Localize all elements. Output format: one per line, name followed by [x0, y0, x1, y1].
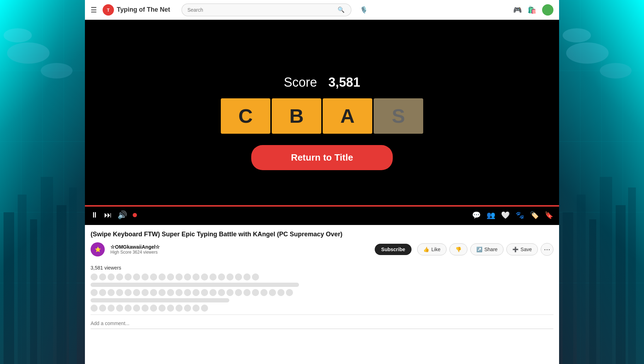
grade-tile-c: C [221, 98, 270, 134]
svg-point-31 [566, 42, 609, 64]
grade-tile-a: A [323, 98, 372, 134]
skeleton-circle [99, 273, 106, 281]
score-value: 3,581 [328, 75, 360, 90]
hamburger-menu[interactable]: ☰ [91, 6, 97, 14]
skeleton-circle [167, 289, 174, 296]
like-button[interactable]: 👍 Like [417, 243, 447, 255]
comment-input[interactable] [91, 318, 553, 329]
skeleton-circle [125, 273, 132, 281]
svg-point-16 [4, 28, 32, 42]
skeleton-line-1 [91, 283, 299, 287]
skeleton-circle [209, 289, 217, 296]
skeleton-circle [116, 289, 123, 296]
skeleton-row-2 [91, 289, 553, 296]
channel-avatar[interactable]: ⭐ [91, 242, 105, 256]
skeleton-circle [133, 305, 140, 312]
skeleton-circle [235, 273, 242, 281]
skip-button[interactable]: ⏭ [104, 210, 112, 220]
dislike-button[interactable]: 👎 [449, 243, 467, 255]
skeleton-circle [286, 289, 293, 296]
skeleton-circle [184, 273, 191, 281]
skeleton-circle [142, 289, 149, 296]
search-button[interactable]: 🔍 [332, 4, 351, 16]
share-icon: ↗️ [476, 247, 482, 252]
skeleton-circle [176, 273, 183, 281]
subscribe-button[interactable]: Subscribe [375, 244, 412, 255]
channel-stats: High Score 3624 viewers [110, 250, 369, 255]
navbar: ☰ T Typing of The Net 🔍 🎙️ 🎮 🛍️ [85, 0, 559, 20]
background-left [0, 0, 85, 364]
svg-rect-11 [41, 177, 53, 364]
skeleton-circle [133, 289, 140, 296]
tag-icon[interactable]: 🏷️ [530, 211, 539, 219]
skeleton-circle [184, 305, 191, 312]
search-input[interactable] [182, 4, 332, 16]
score-section: Score 3,581 [284, 75, 360, 90]
heart-icon[interactable]: 🤍 [501, 211, 510, 219]
skeleton-circle [91, 305, 98, 312]
share-button[interactable]: ↗️ Share [470, 243, 504, 255]
pause-button[interactable]: ⏸ [91, 210, 98, 220]
video-meta-row: ⭐ ☆OMGkawaiiAngel☆ High Score 3624 viewe… [91, 242, 553, 256]
video-controls: ⏸ ⏭ 🔊 💬 👥 🤍 🐾 🏷️ 🔖 [85, 205, 559, 225]
progress-bar[interactable] [85, 205, 559, 207]
save-icon: ➕ [512, 247, 518, 252]
video-info: (Swipe Keyboard FTW) Super Epic Typing B… [85, 225, 559, 262]
skeleton-circle [150, 305, 157, 312]
microphone-icon[interactable]: 🎙️ [360, 6, 368, 14]
svg-text:T: T [107, 8, 110, 13]
skeleton-circle [159, 289, 166, 296]
skeleton-circle [176, 305, 183, 312]
thumbs-down-icon: 👎 [455, 247, 461, 252]
save-button[interactable]: ➕ Save [506, 243, 538, 255]
svg-rect-8 [4, 212, 14, 364]
skeleton-circle [125, 305, 132, 312]
skeleton-circle [260, 289, 268, 296]
svg-point-33 [563, 28, 591, 42]
skeleton-circle [116, 273, 123, 281]
logo-svg: T [104, 6, 112, 14]
skeleton-circle [192, 273, 200, 281]
members-icon[interactable]: 👥 [487, 211, 495, 219]
svg-rect-30 [628, 187, 636, 364]
share-label: Share [484, 247, 498, 252]
shopping-icon[interactable]: 🛍️ [528, 6, 536, 14]
logo-text: Typing of The Net [117, 6, 170, 13]
skeleton-circle [108, 273, 115, 281]
comment-section [91, 314, 553, 329]
viewers-count: 3,581 viewers [91, 265, 553, 271]
site-logo[interactable]: T Typing of The Net [103, 4, 170, 16]
skeleton-circle [159, 273, 166, 281]
user-avatar[interactable] [542, 4, 553, 16]
skeleton-circle [150, 273, 157, 281]
skeleton-circle [125, 289, 132, 296]
svg-point-14 [7, 42, 50, 64]
skeleton-circle [176, 289, 183, 296]
skeleton-circle [218, 273, 225, 281]
return-to-title-button[interactable]: Return to Title [251, 145, 393, 170]
skeleton-circle [192, 305, 200, 312]
skeleton-circle [192, 289, 200, 296]
skeleton-circle [108, 289, 115, 296]
gaming-icon[interactable]: 🎮 [513, 6, 522, 14]
video-content: Score 3,581 C B A S Return to Title [85, 20, 559, 225]
skeleton-circle [91, 273, 98, 281]
chat-icon[interactable]: 💬 [472, 211, 481, 219]
skeleton-circle [252, 289, 259, 296]
like-label: Like [431, 247, 441, 252]
skeleton-circle [142, 273, 149, 281]
skeleton-circle [243, 289, 251, 296]
svg-rect-10 [30, 219, 37, 364]
bookmark-icon[interactable]: 🔖 [545, 211, 553, 219]
score-label: Score [284, 75, 317, 90]
volume-button[interactable]: 🔊 [117, 210, 127, 220]
svg-point-15 [41, 63, 73, 79]
more-actions-button[interactable]: ⋯ [541, 243, 553, 256]
channel-info: ☆OMGkawaiiAngel☆ High Score 3624 viewers [110, 244, 369, 255]
channel-avatar-icon: ⭐ [95, 247, 101, 252]
skeleton-circle [167, 305, 174, 312]
clips-icon[interactable]: 🐾 [516, 211, 524, 219]
grade-tile-b: B [272, 98, 321, 134]
search-bar: 🔍 [182, 4, 351, 16]
skeleton-circle [201, 289, 208, 296]
